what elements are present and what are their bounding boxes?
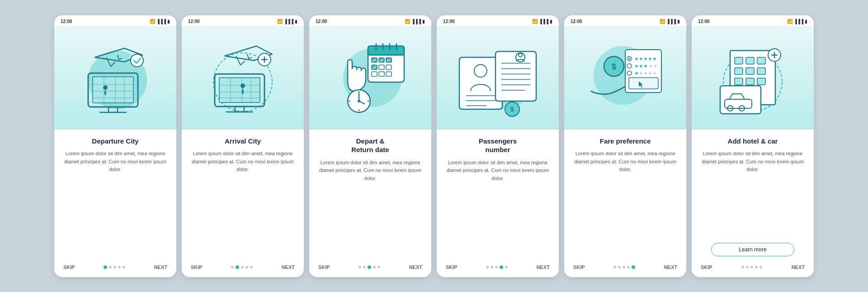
dot-1-0 — [104, 265, 107, 269]
illustration-hotel — [692, 26, 814, 130]
next-button-2[interactable]: NEXT — [282, 264, 295, 270]
dot-1-4 — [123, 266, 125, 269]
battery-icon-4: ▮ — [550, 19, 552, 24]
svg-text:★★★: ★★★ — [634, 63, 648, 69]
battery-icon-5: ▮ — [677, 19, 680, 24]
svg-rect-86 — [746, 57, 754, 64]
skip-button-1[interactable]: SKIP — [63, 264, 75, 270]
card-body-6: Lorem ipsum dolor sit dim amet, mea regi… — [701, 150, 805, 237]
dot-3-2 — [368, 265, 371, 269]
svg-point-47 — [358, 100, 360, 102]
card-depart-return: 12:00 📶 ▐▐▐ ▮ — [309, 15, 431, 277]
svg-point-24 — [241, 83, 245, 88]
skip-button-2[interactable]: SKIP — [191, 264, 203, 270]
dot-3-4 — [377, 266, 380, 269]
dot-6-1 — [746, 266, 749, 269]
card-content-4: Passengers number Lorem ipsum dolor sit … — [437, 130, 559, 258]
time-6: 12:00 — [698, 19, 710, 24]
skip-button-3[interactable]: SKIP — [318, 264, 330, 270]
signal-icon-5: ▐▐▐ — [666, 19, 676, 24]
svg-point-12 — [131, 54, 143, 67]
card-content-1: Departure City Lorem ipsum dolor sit dim… — [54, 130, 176, 258]
svg-rect-85 — [735, 57, 743, 64]
status-bar-3: 12:00 📶 ▐▐▐ ▮ — [309, 15, 431, 26]
svg-rect-30 — [368, 46, 404, 55]
dots-1 — [104, 265, 125, 269]
signal-icon-6: ▐▐▐ — [794, 19, 803, 24]
status-icons-2: 📶 ▐▐▐ ▮ — [277, 19, 297, 24]
card-nav-5: SKIP NEXT — [564, 258, 686, 277]
dot-6-3 — [755, 266, 758, 269]
dot-2-0 — [231, 266, 234, 269]
card-nav-4: SKIP NEXT — [437, 258, 559, 277]
learn-more-button[interactable]: Learn more — [711, 243, 794, 256]
card-body-2: Lorem ipsum dolor sit dim amet, mea regi… — [191, 150, 295, 258]
battery-icon-3: ▮ — [422, 19, 425, 24]
battery-icon-2: ▮ — [295, 19, 297, 24]
status-bar-2: 12:00 📶 ▐▐▐ ▮ — [182, 15, 304, 26]
svg-text:★: ★ — [634, 70, 639, 76]
dot-2-4 — [250, 266, 253, 269]
departure-svg — [70, 32, 160, 123]
dot-6-2 — [750, 266, 753, 269]
status-bar-6: 12:00 📶 ▐▐▐ ▮ — [692, 15, 814, 26]
status-icons-1: 📶 ▐▐▐ ▮ — [150, 19, 170, 24]
card-content-6: Add hotel & car Lorem ipsum dolor sit di… — [692, 130, 814, 258]
svg-rect-92 — [746, 78, 754, 85]
dot-4-2 — [495, 266, 498, 269]
svg-rect-82 — [629, 78, 658, 89]
time-2: 12:00 — [188, 19, 200, 24]
skip-button-6[interactable]: SKIP — [701, 264, 712, 270]
svg-rect-4 — [93, 77, 133, 103]
dot-2-1 — [236, 265, 239, 269]
dot-5-2 — [623, 266, 625, 269]
cards-container: 12:00 📶 ▐▐▐ ▮ — [36, 2, 832, 291]
skip-button-4[interactable]: SKIP — [446, 264, 458, 270]
card-title-1: Departure City — [63, 137, 167, 146]
next-button-3[interactable]: NEXT — [409, 264, 422, 270]
dot-6-4 — [760, 266, 762, 269]
dot-1-2 — [113, 266, 116, 269]
next-button-1[interactable]: NEXT — [154, 264, 167, 270]
wifi-icon-2: 📶 — [277, 19, 283, 24]
dot-4-1 — [491, 266, 493, 269]
dot-4-4 — [505, 266, 508, 269]
signal-icon-4: ▐▐▐ — [539, 19, 548, 24]
time-1: 12:00 — [61, 19, 72, 24]
card-body-3: Lorem ipsum dolor sit dim amet, mea regi… — [318, 159, 422, 258]
dot-5-0 — [613, 266, 616, 269]
card-body-5: Lorem ipsum dolor sit dim amet, mea regi… — [573, 150, 677, 258]
svg-rect-93 — [757, 78, 765, 85]
dot-3-0 — [359, 266, 361, 269]
next-button-6[interactable]: NEXT — [792, 264, 805, 270]
card-title-4: Passengers number — [446, 137, 550, 154]
svg-rect-36 — [379, 58, 384, 62]
svg-rect-89 — [746, 68, 754, 74]
card-nav-6: SKIP NEXT — [692, 258, 814, 277]
svg-rect-35 — [372, 58, 377, 62]
fare-svg: $ ★★★★★ ★★★ ★★ ★ ★★★★ — [580, 32, 670, 123]
dot-1-1 — [109, 266, 112, 269]
dot-4-3 — [500, 265, 503, 269]
illustration-depart — [309, 26, 431, 130]
dots-2 — [231, 265, 253, 269]
signal-icon-2: ▐▐▐ — [284, 19, 293, 24]
svg-rect-17 — [219, 78, 260, 102]
card-title-3: Depart & Return date — [318, 137, 422, 154]
illustration-fare: $ ★★★★★ ★★★ ★★ ★ ★★★★ — [564, 26, 686, 130]
next-button-5[interactable]: NEXT — [664, 264, 677, 270]
card-content-2: Arrival City Lorem ipsum dolor sit dim a… — [182, 130, 304, 258]
battery-icon: ▮ — [167, 19, 170, 24]
illustration-passengers: $ — [437, 26, 559, 130]
illustration-departure — [54, 26, 176, 130]
signal-icon-3: ▐▐▐ — [411, 19, 421, 24]
time-3: 12:00 — [316, 19, 327, 24]
signal-icon: ▐▐▐ — [156, 19, 166, 24]
svg-text:★★★★★: ★★★★★ — [634, 56, 657, 61]
svg-rect-38 — [372, 65, 377, 70]
card-fare: 12:00 📶 ▐▐▐ ▮ $ ★★★★★ — [564, 15, 686, 277]
next-button-4[interactable]: NEXT — [537, 264, 550, 270]
illustration-arrival — [182, 26, 304, 130]
skip-button-5[interactable]: SKIP — [573, 264, 585, 270]
dot-3-1 — [363, 266, 366, 269]
